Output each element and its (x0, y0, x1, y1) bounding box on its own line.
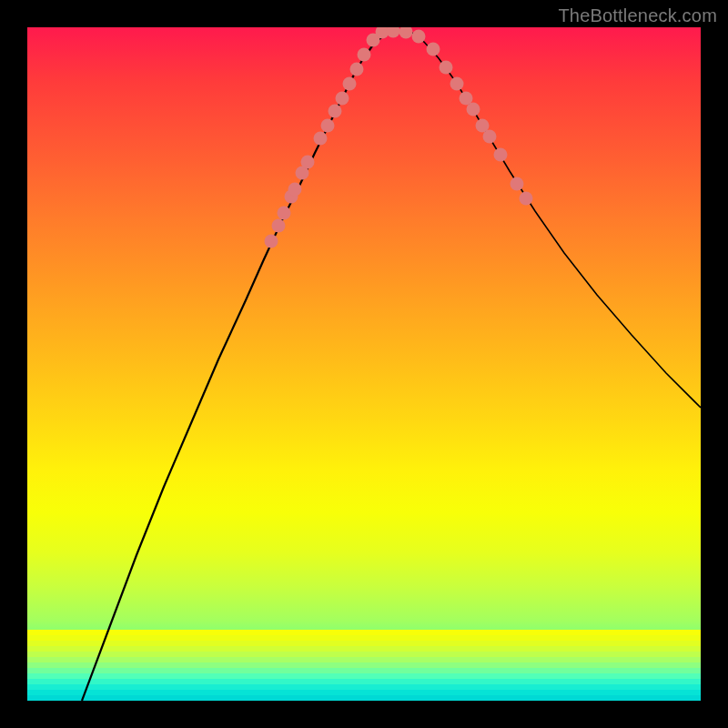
dot-marker (427, 43, 440, 56)
dot-marker (314, 132, 328, 146)
dot-marker (483, 130, 497, 144)
watermark-text: TheBottleneck.com (558, 5, 717, 26)
left-curve (82, 31, 391, 701)
dot-marker (285, 190, 298, 204)
dot-marker (343, 77, 357, 91)
dot-marker (288, 183, 302, 197)
dot-marker (321, 119, 335, 133)
dot-marker (358, 48, 371, 62)
dot-marker (450, 77, 464, 91)
dot-marker (301, 156, 315, 169)
dot-marker (336, 92, 349, 106)
dot-marker (296, 167, 309, 180)
curve-dots (265, 27, 533, 248)
dot-marker (467, 103, 480, 116)
right-curve (410, 31, 701, 408)
dot-marker (440, 61, 453, 75)
dot-marker (511, 177, 524, 191)
dot-marker (265, 235, 278, 248)
dot-marker (376, 27, 389, 39)
dot-marker (350, 63, 364, 76)
chart-frame: TheBottleneck.com (0, 0, 728, 728)
dot-marker (460, 92, 473, 106)
dot-marker (476, 119, 490, 133)
curve-layer (27, 27, 701, 701)
dot-marker (329, 105, 342, 118)
dot-marker (278, 207, 291, 220)
dot-marker (387, 27, 400, 38)
dot-marker (272, 219, 286, 233)
dot-marker (367, 34, 380, 47)
plot-area (27, 27, 701, 701)
bottom-stripes (27, 630, 701, 701)
dot-marker (494, 148, 508, 162)
dot-marker (412, 30, 426, 44)
dot-marker (520, 192, 533, 206)
dot-marker (399, 27, 413, 39)
